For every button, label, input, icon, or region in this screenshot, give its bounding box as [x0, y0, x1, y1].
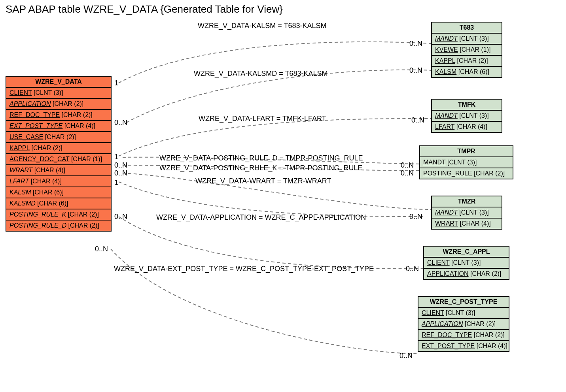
field-type: [CLNT (3)] [458, 209, 489, 216]
rel-label: WZRE_V_DATA-LFART = TMFK-LFART [199, 115, 326, 123]
entity-header: T683 [432, 23, 502, 34]
field-type: [CHAR (2)] [43, 134, 76, 140]
entity-tmpr: TMPR MANDT [CLNT (3)]POSTING_RULE [CHAR … [419, 145, 513, 179]
field-row: WRART [CHAR (4)] [432, 219, 502, 229]
field-type: [CHAR (2)] [463, 320, 496, 327]
field-name: WRART [9, 167, 32, 173]
field-type: [CLNT (3)] [444, 309, 475, 316]
field-type: [CHAR (2)] [472, 170, 505, 177]
cardinality-label: 0..N [401, 161, 414, 170]
field-name: KALSM [9, 189, 31, 196]
entity-header: TMPR [420, 146, 513, 157]
field-name: LFART [435, 123, 454, 130]
rel-label: WZRE_V_DATA-APPLICATION = WZRE_C_APPL-AP… [156, 213, 366, 222]
entity-header: TMFK [432, 100, 502, 111]
entity-t683: T683 MANDT [CLNT (3)]KVEWE [CHAR (1)]KAP… [431, 22, 502, 78]
rel-label: WZRE_V_DATA-POSTING_RULE_K = TMPR-POSTIN… [159, 164, 363, 172]
cardinality-label: 0..N [409, 66, 422, 75]
field-row: EXT_POST_TYPE [CHAR (4)] [418, 341, 509, 351]
field-name: WRART [435, 220, 458, 227]
cardinality-label: 0..N [411, 116, 424, 124]
cardinality-label: 0..N [114, 119, 127, 127]
field-name: MANDT [435, 112, 458, 119]
cardinality-label: 0..N [409, 40, 422, 48]
rel-label: WZRE_V_DATA-POSTING_RULE_D = TMPR-POSTIN… [159, 154, 363, 162]
field-name: AGENCY_DOC_CAT [9, 156, 69, 162]
field-name: USE_CASE [9, 134, 43, 140]
field-name: EXT_POST_TYPE [422, 343, 475, 349]
field-type: [CHAR (4)] [475, 343, 507, 349]
field-row: APPLICATION [CHAR (2)] [424, 269, 509, 279]
field-name: APPLICATION [9, 100, 51, 107]
field-type: [CLNT (3)] [32, 89, 63, 96]
field-type: [CHAR (4)] [454, 123, 487, 130]
field-row: APPLICATION [CHAR (2)] [418, 319, 509, 330]
field-name: CLIENT [422, 309, 444, 316]
entity-header: TMZR [432, 196, 502, 207]
rel-label: WZRE_V_DATA-KALSMD = T683-KALSM [194, 70, 328, 78]
field-type: [CHAR (4)] [29, 178, 62, 185]
field-type: [CHAR (4)] [458, 220, 491, 227]
field-row: MANDT [CLNT (3)] [432, 111, 502, 122]
entity-tmzr: TMZR MANDT [CLNT (3)]WRART [CHAR (4)] [431, 196, 502, 230]
field-type: [CHAR (4)] [32, 167, 65, 173]
rel-label: WZRE_V_DATA-EXT_POST_TYPE = WZRE_C_POST_… [114, 265, 374, 273]
cardinality-label: 0..N [409, 213, 422, 221]
rel-label: WZRE_V_DATA-WRART = TMZR-WRART [195, 177, 331, 185]
field-name: CLIENT [9, 89, 32, 96]
field-row: CLIENT [CLNT (3)] [424, 258, 509, 269]
entity-header: WZRE_V_DATA [6, 77, 111, 88]
field-type: [CHAR (6)] [456, 68, 489, 75]
field-row: POSTING_RULE [CHAR (2)] [420, 168, 513, 179]
field-row: APPLICATION [CHAR (2)] [6, 99, 111, 110]
field-row: LFART [CHAR (4)] [432, 122, 502, 132]
field-row: KAPPL [CHAR (2)] [6, 143, 111, 154]
field-row: USE_CASE [CHAR (2)] [6, 132, 111, 143]
entity-header: WZRE_C_APPL [424, 247, 509, 258]
field-type: [CHAR (2)] [66, 211, 99, 218]
field-type: [CHAR (1)] [458, 46, 491, 53]
field-name: MANDT [435, 209, 458, 216]
field-name: POSTING_RULE_D [9, 222, 66, 229]
field-row: WRART [CHAR (4)] [6, 165, 111, 176]
field-row: MANDT [CLNT (3)] [432, 207, 502, 219]
field-row: KALSMD [CHAR (6)] [6, 198, 111, 209]
entity-header: WZRE_C_POST_TYPE [418, 297, 509, 308]
field-row: AGENCY_DOC_CAT [CHAR (1)] [6, 154, 111, 165]
field-row: KALSM [CHAR (6)] [432, 67, 502, 77]
field-type: [CHAR (2)] [60, 111, 93, 118]
field-row: KAPPL [CHAR (2)] [432, 56, 502, 67]
entity-tmfk: TMFK MANDT [CLNT (3)]LFART [CHAR (4)] [431, 99, 502, 133]
field-name: LFART [9, 178, 29, 185]
cardinality-label: 1 [114, 79, 118, 87]
field-type: [CLNT (3)] [458, 35, 489, 42]
field-name: POSTING_RULE [423, 170, 472, 177]
field-type: [CLNT (3)] [458, 112, 489, 119]
field-type: [CHAR (6)] [36, 200, 68, 207]
cardinality-label: 0..N [95, 245, 108, 253]
rel-label: WZRE_V_DATA-KALSM = T683-KALSM [198, 22, 327, 30]
field-name: CLIENT [427, 259, 450, 266]
field-row: LFART [CHAR (4)] [6, 176, 111, 187]
field-row: POSTING_RULE_K [CHAR (2)] [6, 209, 111, 220]
field-row: CLIENT [CLNT (3)] [6, 88, 111, 99]
cardinality-label: 0..N [114, 213, 127, 221]
field-name: KAPPL [9, 145, 30, 151]
cardinality-label: 1 [114, 153, 118, 161]
field-row: POSTING_RULE_D [CHAR (2)] [6, 220, 111, 231]
field-type: [CHAR (2)] [66, 222, 99, 229]
field-row: REF_DOC_TYPE [CHAR (2)] [418, 330, 509, 341]
field-row: EXT_POST_TYPE [CHAR (4)] [6, 121, 111, 132]
field-type: [CHAR (4)] [62, 122, 95, 129]
field-row: MANDT [CLNT (3)] [420, 157, 513, 168]
field-name: APPLICATION [427, 270, 469, 277]
page-title: SAP ABAP table WZRE_V_DATA {Generated Ta… [6, 3, 283, 15]
field-type: [CHAR (2)] [472, 332, 505, 338]
field-type: [CLNT (3)] [446, 159, 477, 166]
cardinality-label: 1 [114, 179, 118, 187]
field-name: POSTING_RULE_K [9, 211, 66, 218]
field-name: KAPPL [435, 57, 455, 64]
field-row: REF_DOC_TYPE [CHAR (2)] [6, 110, 111, 121]
field-name: REF_DOC_TYPE [9, 111, 60, 118]
field-type: [CHAR (1)] [69, 156, 102, 162]
